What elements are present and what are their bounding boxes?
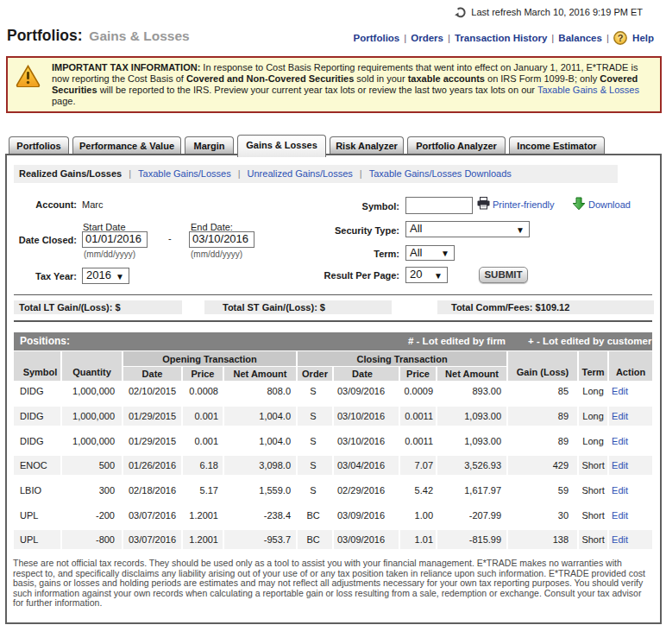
- svg-text:?: ?: [618, 33, 624, 43]
